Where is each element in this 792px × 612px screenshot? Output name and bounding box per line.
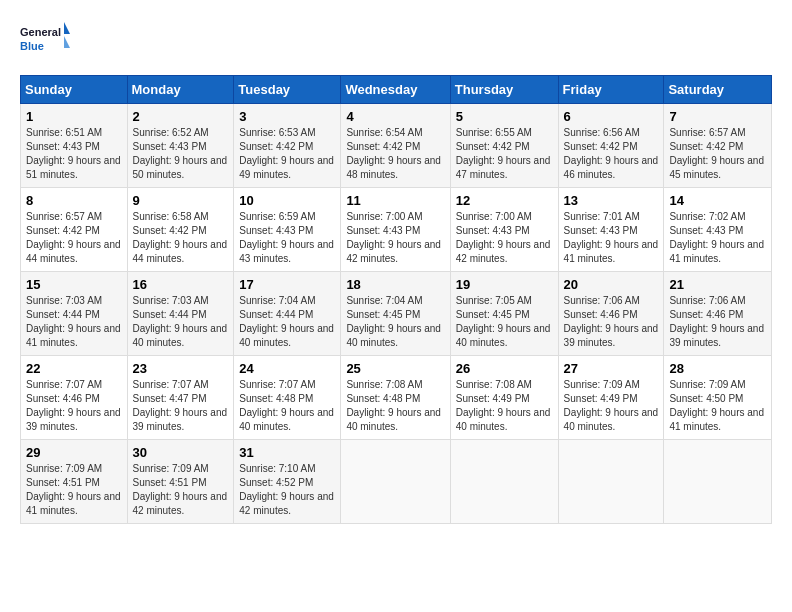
calendar-cell: 6 Sunrise: 6:56 AM Sunset: 4:42 PM Dayli… bbox=[558, 104, 664, 188]
calendar-cell: 18 Sunrise: 7:04 AM Sunset: 4:45 PM Dayl… bbox=[341, 272, 450, 356]
calendar-cell: 20 Sunrise: 7:06 AM Sunset: 4:46 PM Dayl… bbox=[558, 272, 664, 356]
day-number: 5 bbox=[456, 109, 553, 124]
calendar-cell: 5 Sunrise: 6:55 AM Sunset: 4:42 PM Dayli… bbox=[450, 104, 558, 188]
calendar-cell: 15 Sunrise: 7:03 AM Sunset: 4:44 PM Dayl… bbox=[21, 272, 128, 356]
day-number: 28 bbox=[669, 361, 766, 376]
weekday-header: Saturday bbox=[664, 76, 772, 104]
day-info: Sunrise: 6:55 AM Sunset: 4:42 PM Dayligh… bbox=[456, 126, 553, 182]
svg-text:Blue: Blue bbox=[20, 40, 44, 52]
day-number: 29 bbox=[26, 445, 122, 460]
weekday-header: Tuesday bbox=[234, 76, 341, 104]
day-info: Sunrise: 6:58 AM Sunset: 4:42 PM Dayligh… bbox=[133, 210, 229, 266]
calendar-cell: 27 Sunrise: 7:09 AM Sunset: 4:49 PM Dayl… bbox=[558, 356, 664, 440]
day-info: Sunrise: 7:09 AM Sunset: 4:51 PM Dayligh… bbox=[133, 462, 229, 518]
day-info: Sunrise: 7:06 AM Sunset: 4:46 PM Dayligh… bbox=[564, 294, 659, 350]
day-info: Sunrise: 7:09 AM Sunset: 4:50 PM Dayligh… bbox=[669, 378, 766, 434]
day-info: Sunrise: 6:57 AM Sunset: 4:42 PM Dayligh… bbox=[669, 126, 766, 182]
day-number: 24 bbox=[239, 361, 335, 376]
weekday-header: Friday bbox=[558, 76, 664, 104]
calendar-cell: 4 Sunrise: 6:54 AM Sunset: 4:42 PM Dayli… bbox=[341, 104, 450, 188]
day-info: Sunrise: 7:06 AM Sunset: 4:46 PM Dayligh… bbox=[669, 294, 766, 350]
day-number: 21 bbox=[669, 277, 766, 292]
day-number: 25 bbox=[346, 361, 444, 376]
day-number: 14 bbox=[669, 193, 766, 208]
day-number: 8 bbox=[26, 193, 122, 208]
calendar-cell: 7 Sunrise: 6:57 AM Sunset: 4:42 PM Dayli… bbox=[664, 104, 772, 188]
day-number: 13 bbox=[564, 193, 659, 208]
day-number: 27 bbox=[564, 361, 659, 376]
day-number: 22 bbox=[26, 361, 122, 376]
calendar-week-row: 8 Sunrise: 6:57 AM Sunset: 4:42 PM Dayli… bbox=[21, 188, 772, 272]
day-info: Sunrise: 7:01 AM Sunset: 4:43 PM Dayligh… bbox=[564, 210, 659, 266]
day-number: 11 bbox=[346, 193, 444, 208]
day-number: 9 bbox=[133, 193, 229, 208]
day-info: Sunrise: 6:54 AM Sunset: 4:42 PM Dayligh… bbox=[346, 126, 444, 182]
day-number: 23 bbox=[133, 361, 229, 376]
day-info: Sunrise: 6:57 AM Sunset: 4:42 PM Dayligh… bbox=[26, 210, 122, 266]
day-info: Sunrise: 7:07 AM Sunset: 4:46 PM Dayligh… bbox=[26, 378, 122, 434]
calendar-cell bbox=[450, 440, 558, 524]
calendar-week-row: 1 Sunrise: 6:51 AM Sunset: 4:43 PM Dayli… bbox=[21, 104, 772, 188]
day-info: Sunrise: 7:03 AM Sunset: 4:44 PM Dayligh… bbox=[133, 294, 229, 350]
logo: General Blue bbox=[20, 20, 70, 65]
calendar-cell: 19 Sunrise: 7:05 AM Sunset: 4:45 PM Dayl… bbox=[450, 272, 558, 356]
calendar-cell: 30 Sunrise: 7:09 AM Sunset: 4:51 PM Dayl… bbox=[127, 440, 234, 524]
day-number: 26 bbox=[456, 361, 553, 376]
calendar-cell: 28 Sunrise: 7:09 AM Sunset: 4:50 PM Dayl… bbox=[664, 356, 772, 440]
calendar-cell: 3 Sunrise: 6:53 AM Sunset: 4:42 PM Dayli… bbox=[234, 104, 341, 188]
calendar-cell: 14 Sunrise: 7:02 AM Sunset: 4:43 PM Dayl… bbox=[664, 188, 772, 272]
calendar-cell bbox=[558, 440, 664, 524]
day-number: 19 bbox=[456, 277, 553, 292]
calendar-cell: 9 Sunrise: 6:58 AM Sunset: 4:42 PM Dayli… bbox=[127, 188, 234, 272]
calendar-cell: 12 Sunrise: 7:00 AM Sunset: 4:43 PM Dayl… bbox=[450, 188, 558, 272]
calendar-cell: 8 Sunrise: 6:57 AM Sunset: 4:42 PM Dayli… bbox=[21, 188, 128, 272]
calendar-cell: 29 Sunrise: 7:09 AM Sunset: 4:51 PM Dayl… bbox=[21, 440, 128, 524]
calendar-cell: 21 Sunrise: 7:06 AM Sunset: 4:46 PM Dayl… bbox=[664, 272, 772, 356]
calendar-cell: 22 Sunrise: 7:07 AM Sunset: 4:46 PM Dayl… bbox=[21, 356, 128, 440]
day-number: 10 bbox=[239, 193, 335, 208]
day-info: Sunrise: 7:05 AM Sunset: 4:45 PM Dayligh… bbox=[456, 294, 553, 350]
weekday-header: Sunday bbox=[21, 76, 128, 104]
day-number: 30 bbox=[133, 445, 229, 460]
day-info: Sunrise: 7:07 AM Sunset: 4:47 PM Dayligh… bbox=[133, 378, 229, 434]
calendar-cell: 23 Sunrise: 7:07 AM Sunset: 4:47 PM Dayl… bbox=[127, 356, 234, 440]
header-row: SundayMondayTuesdayWednesdayThursdayFrid… bbox=[21, 76, 772, 104]
day-number: 18 bbox=[346, 277, 444, 292]
day-number: 15 bbox=[26, 277, 122, 292]
calendar-cell: 1 Sunrise: 6:51 AM Sunset: 4:43 PM Dayli… bbox=[21, 104, 128, 188]
day-info: Sunrise: 7:08 AM Sunset: 4:49 PM Dayligh… bbox=[456, 378, 553, 434]
day-info: Sunrise: 6:53 AM Sunset: 4:42 PM Dayligh… bbox=[239, 126, 335, 182]
day-info: Sunrise: 6:59 AM Sunset: 4:43 PM Dayligh… bbox=[239, 210, 335, 266]
day-number: 20 bbox=[564, 277, 659, 292]
day-info: Sunrise: 6:51 AM Sunset: 4:43 PM Dayligh… bbox=[26, 126, 122, 182]
day-info: Sunrise: 7:03 AM Sunset: 4:44 PM Dayligh… bbox=[26, 294, 122, 350]
day-number: 4 bbox=[346, 109, 444, 124]
day-info: Sunrise: 7:00 AM Sunset: 4:43 PM Dayligh… bbox=[346, 210, 444, 266]
svg-marker-3 bbox=[64, 36, 70, 48]
day-info: Sunrise: 7:08 AM Sunset: 4:48 PM Dayligh… bbox=[346, 378, 444, 434]
day-info: Sunrise: 6:56 AM Sunset: 4:42 PM Dayligh… bbox=[564, 126, 659, 182]
calendar-cell: 11 Sunrise: 7:00 AM Sunset: 4:43 PM Dayl… bbox=[341, 188, 450, 272]
day-info: Sunrise: 7:02 AM Sunset: 4:43 PM Dayligh… bbox=[669, 210, 766, 266]
day-number: 7 bbox=[669, 109, 766, 124]
calendar-cell: 24 Sunrise: 7:07 AM Sunset: 4:48 PM Dayl… bbox=[234, 356, 341, 440]
day-info: Sunrise: 7:00 AM Sunset: 4:43 PM Dayligh… bbox=[456, 210, 553, 266]
day-number: 12 bbox=[456, 193, 553, 208]
day-number: 6 bbox=[564, 109, 659, 124]
calendar-cell: 13 Sunrise: 7:01 AM Sunset: 4:43 PM Dayl… bbox=[558, 188, 664, 272]
day-number: 3 bbox=[239, 109, 335, 124]
day-number: 16 bbox=[133, 277, 229, 292]
calendar-table: SundayMondayTuesdayWednesdayThursdayFrid… bbox=[20, 75, 772, 524]
calendar-cell bbox=[664, 440, 772, 524]
svg-text:General: General bbox=[20, 26, 61, 38]
calendar-cell: 16 Sunrise: 7:03 AM Sunset: 4:44 PM Dayl… bbox=[127, 272, 234, 356]
day-number: 2 bbox=[133, 109, 229, 124]
day-number: 17 bbox=[239, 277, 335, 292]
calendar-cell: 2 Sunrise: 6:52 AM Sunset: 4:43 PM Dayli… bbox=[127, 104, 234, 188]
calendar-week-row: 15 Sunrise: 7:03 AM Sunset: 4:44 PM Dayl… bbox=[21, 272, 772, 356]
calendar-cell bbox=[341, 440, 450, 524]
day-info: Sunrise: 7:09 AM Sunset: 4:49 PM Dayligh… bbox=[564, 378, 659, 434]
header: General Blue bbox=[20, 20, 772, 65]
calendar-cell: 17 Sunrise: 7:04 AM Sunset: 4:44 PM Dayl… bbox=[234, 272, 341, 356]
day-number: 1 bbox=[26, 109, 122, 124]
